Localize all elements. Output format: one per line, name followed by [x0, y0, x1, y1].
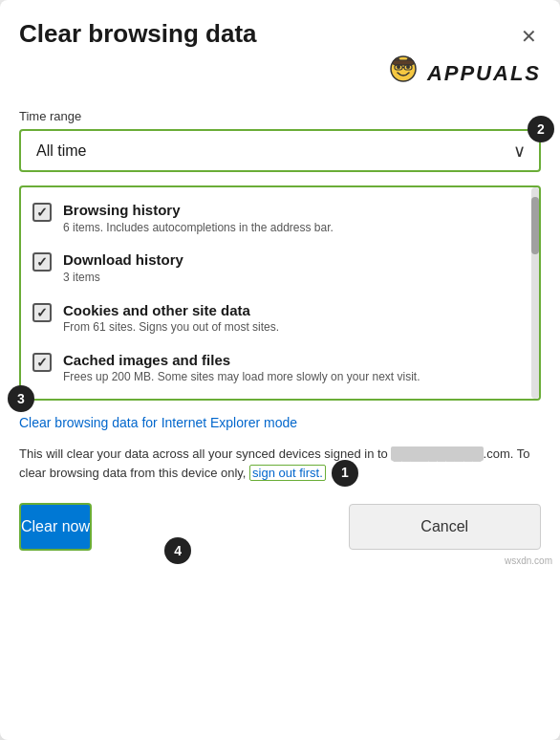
step-badge-4: 4	[164, 537, 191, 564]
cached-label: Cached images and files	[63, 351, 528, 370]
cookies-label: Cookies and other site data	[63, 301, 528, 320]
cached-checkbox[interactable]	[32, 353, 52, 372]
ie-mode-link[interactable]: Clear browsing data for Internet Explore…	[19, 415, 297, 430]
download-history-desc: 3 items	[63, 270, 528, 286]
download-history-label: Download history	[63, 250, 528, 270]
ie-link-section: Clear browsing data for Internet Explore…	[0, 401, 560, 441]
sign-out-link[interactable]: sign out first.	[249, 465, 326, 481]
close-button[interactable]: ✕	[517, 21, 541, 52]
cookies-text: Cookies and other site data From 61 site…	[63, 301, 528, 336]
scrollbar[interactable]	[531, 187, 539, 399]
checkbox-cookies[interactable]: Cookies and other site data From 61 site…	[29, 294, 531, 343]
info-text: This will clear your data across all you…	[19, 445, 541, 482]
svg-rect-5	[393, 60, 414, 65]
time-range-section: Time range 2 All time Last hour Last 24 …	[0, 101, 560, 176]
step-badge-3: 3	[8, 385, 34, 412]
sign-out-badge: sign out first. 1	[249, 466, 326, 480]
checkbox-cached[interactable]: Cached images and files Frees up 200 MB.…	[29, 343, 531, 393]
checkbox-browsing-history[interactable]: Browsing history 6 items. Includes autoc…	[29, 193, 531, 243]
checkbox-download-history[interactable]: Download history 3 items	[29, 243, 531, 293]
actions-section: Clear now 4 Cancel	[0, 493, 560, 570]
cached-text: Cached images and files Frees up 200 MB.…	[63, 351, 528, 385]
time-range-select[interactable]: All time Last hour Last 24 hours Last 7 …	[19, 129, 541, 172]
logo-text: APPUALS	[427, 61, 541, 86]
browsing-history-label: Browsing history	[63, 201, 528, 220]
step-badge-1: 1	[332, 460, 358, 487]
download-history-checkbox[interactable]	[32, 252, 52, 272]
info-blurred: ██████████	[391, 446, 483, 461]
info-section: This will clear your data across all you…	[0, 441, 560, 493]
clear-now-button[interactable]: Clear now	[19, 503, 92, 551]
checkboxes-section: 3 Browsing history 6 items. Includes aut…	[0, 176, 560, 401]
cookies-checkbox[interactable]	[32, 303, 52, 322]
clear-browsing-dialog: Clear browsing data ✕	[0, 0, 560, 740]
step-badge-2: 2	[528, 116, 554, 142]
watermark: wsxdn.com	[505, 555, 552, 566]
dialog-title: Clear browsing data	[19, 19, 257, 49]
browsing-history-text: Browsing history 6 items. Includes autoc…	[63, 201, 528, 235]
browsing-history-desc: 6 items. Includes autocompletions in the…	[63, 220, 528, 236]
logo-icon	[385, 55, 421, 92]
info-text-before: This will clear your data across all you…	[19, 446, 391, 461]
cancel-button[interactable]: Cancel	[349, 504, 542, 550]
dialog-header: Clear browsing data ✕	[0, 0, 560, 101]
time-range-label: Time range	[19, 109, 541, 123]
header-right: ✕	[385, 19, 541, 92]
checkboxes-border: 3 Browsing history 6 items. Includes aut…	[19, 185, 541, 401]
cookies-desc: From 61 sites. Signs you out of most sit…	[63, 319, 528, 336]
cached-desc: Frees up 200 MB. Some sites may load mor…	[63, 369, 528, 385]
browsing-history-checkbox[interactable]	[32, 203, 52, 222]
scrollbar-thumb	[531, 197, 539, 254]
download-history-text: Download history 3 items	[63, 250, 528, 285]
appuals-logo: APPUALS	[385, 55, 541, 92]
